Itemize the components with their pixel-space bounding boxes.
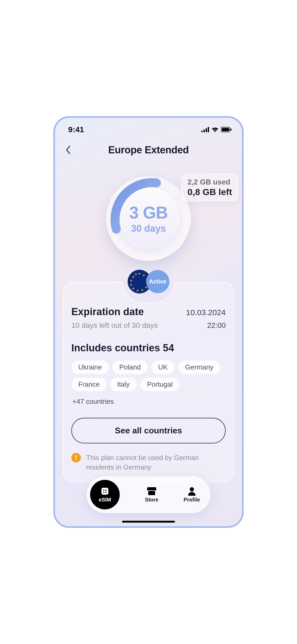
- country-chip[interactable]: Italy: [110, 378, 137, 391]
- profile-icon: [188, 487, 196, 496]
- nav-label: eSIM: [99, 497, 111, 503]
- nav-label: Store: [145, 497, 158, 503]
- chevron-left-icon: [66, 146, 71, 154]
- page-title: Europe Extended: [55, 144, 242, 156]
- country-chip[interactable]: Portugal: [140, 378, 180, 391]
- flags-badge: ★ ★ ★ ★ ★ ★ ★ ★ ★ ★ ★ ★ Active: [128, 270, 169, 293]
- svg-rect-6: [230, 129, 231, 131]
- svg-rect-5: [222, 128, 229, 131]
- svg-rect-0: [201, 131, 203, 132]
- country-chip[interactable]: Germany: [178, 361, 220, 374]
- usage-ring: 3 GB 30 days 2,2 GB used 0,8 GB left: [106, 176, 191, 261]
- warning-text: This plan cannot be used by German resid…: [86, 453, 226, 472]
- country-chip[interactable]: UK: [151, 361, 175, 374]
- header: Europe Extended: [55, 137, 242, 160]
- usage-left: 0,8 GB left: [188, 187, 232, 197]
- svg-rect-10: [103, 492, 104, 493]
- svg-rect-9: [105, 490, 106, 491]
- usage-used: 2,2 GB used: [188, 178, 232, 186]
- usage-section: 3 GB 30 days 2,2 GB used 0,8 GB left: [55, 176, 242, 261]
- expiration-sub: 10 days left out of 30 days: [71, 321, 158, 330]
- esim-icon: [100, 487, 109, 496]
- status-badge: Active: [146, 270, 169, 293]
- warning-row: ! This plan cannot be used by German res…: [71, 453, 226, 472]
- country-chip-more: +47 countries: [71, 395, 115, 408]
- country-chip[interactable]: Ukraine: [71, 361, 109, 374]
- plan-card: ★ ★ ★ ★ ★ ★ ★ ★ ★ ★ ★ ★ Active Expiratio…: [63, 282, 234, 482]
- back-button[interactable]: [63, 145, 73, 155]
- svg-rect-3: [208, 127, 209, 132]
- expiration-label: Expiration date: [71, 306, 144, 318]
- nav-store[interactable]: Store: [145, 487, 158, 503]
- bottom-nav: eSIM Store Profile: [86, 476, 211, 513]
- nav-profile[interactable]: Profile: [184, 487, 200, 503]
- status-time: 9:41: [68, 125, 84, 134]
- usage-badge: 2,2 GB used 0,8 GB left: [181, 174, 238, 201]
- battery-icon: [221, 127, 231, 132]
- svg-rect-7: [101, 488, 108, 495]
- store-icon: [147, 487, 157, 496]
- wifi-icon: [211, 127, 219, 132]
- status-bar: 9:41: [55, 118, 242, 137]
- nav-esim[interactable]: eSIM: [90, 480, 120, 509]
- expiration-date: 10.03.2024: [186, 308, 226, 317]
- svg-rect-12: [148, 491, 155, 495]
- home-indicator[interactable]: [122, 521, 175, 523]
- see-all-countries-button[interactable]: See all countries: [71, 418, 226, 443]
- usage-total: 3 GB: [129, 203, 168, 222]
- expiration-time: 22:00: [207, 321, 226, 330]
- svg-point-13: [190, 487, 194, 491]
- country-chips: Ukraine Poland UK Germany France Italy P…: [71, 361, 226, 408]
- usage-duration: 30 days: [131, 223, 166, 234]
- svg-rect-11: [105, 492, 106, 493]
- svg-rect-2: [206, 128, 207, 132]
- country-chip[interactable]: France: [71, 378, 106, 391]
- warning-icon: !: [71, 453, 81, 462]
- status-icons: [201, 127, 231, 132]
- nav-label: Profile: [184, 497, 200, 503]
- svg-rect-8: [103, 490, 104, 491]
- country-chip[interactable]: Poland: [113, 361, 148, 374]
- countries-label: Includes countries 54: [71, 342, 226, 354]
- signal-icon: [201, 127, 209, 132]
- svg-rect-1: [203, 130, 205, 132]
